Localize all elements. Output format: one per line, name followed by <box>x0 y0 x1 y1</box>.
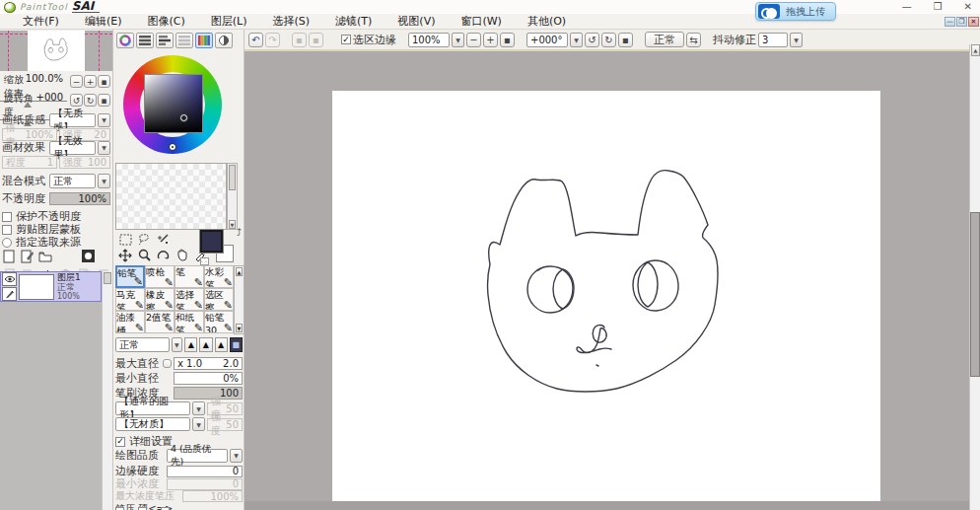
workspace[interactable] <box>245 51 969 501</box>
brush-airbrush[interactable]: 喷枪✎ <box>145 265 175 288</box>
redo-button[interactable]: ↷ <box>265 33 280 47</box>
doc-minimize-button[interactable]: — <box>945 17 955 27</box>
opacity-slider[interactable]: 100% <box>49 192 110 205</box>
zoom-out-button[interactable]: − <box>466 33 481 47</box>
navigator-panel[interactable] <box>0 31 112 71</box>
window-minimize-button[interactable]: — <box>902 1 912 13</box>
brush-texture-dropdown-icon[interactable]: ▼ <box>192 417 205 431</box>
rect-select-tool-icon[interactable] <box>117 232 133 247</box>
quality-dropdown-icon[interactable]: ▼ <box>230 449 243 463</box>
edge-shape-flat-button[interactable]: ■ <box>230 337 243 352</box>
rotate-cw-button[interactable]: ↻ <box>601 33 616 47</box>
brush-grid-scrollbar[interactable]: ▲ ▼ <box>234 265 245 334</box>
invert-selection-button[interactable]: ▪ <box>309 33 323 47</box>
clipping-mask-checkbox[interactable] <box>2 225 12 235</box>
deselect-button[interactable]: ▪ <box>292 33 307 47</box>
edge-shape-mid-button[interactable]: ▲ <box>199 337 212 352</box>
brush-blend-dropdown-icon[interactable]: ▼ <box>172 337 183 352</box>
layer-visibility-toggle[interactable] <box>2 272 17 286</box>
nav-zoom-in-button[interactable]: + <box>84 75 97 88</box>
paper-texture-combo[interactable]: 【无质感】 <box>49 113 96 127</box>
layer-list-empty-area[interactable] <box>0 302 102 510</box>
nav-zoom-out-button[interactable]: − <box>70 75 83 88</box>
angle-dropdown-icon[interactable]: ▼ <box>570 33 583 47</box>
hue-cursor[interactable] <box>169 143 176 151</box>
menu-view[interactable]: 视图(V) <box>385 14 448 29</box>
color-wheel-toggle-icon[interactable] <box>116 33 134 48</box>
menu-edit[interactable]: 编辑(E) <box>72 14 135 29</box>
stabilizer-combo[interactable]: 3 <box>758 33 788 47</box>
menu-others[interactable]: 其他(O) <box>515 14 579 29</box>
menu-file[interactable]: 文件(F) <box>10 14 72 29</box>
canvas[interactable] <box>332 91 880 501</box>
brush-binary-pen[interactable]: 2值笔✎ <box>145 311 175 333</box>
paper-texture-dropdown-icon[interactable]: ▼ <box>98 113 110 127</box>
zoom-tool-icon[interactable] <box>136 248 152 262</box>
color-wheel[interactable] <box>123 55 222 154</box>
canvas-vertical-scrollbar[interactable]: ▲ <box>969 44 980 510</box>
brush-shape-combo[interactable]: 【通常的圆形】 <box>115 401 190 415</box>
angle-combo[interactable]: +000° <box>526 33 568 47</box>
brush-selection-pen[interactable]: 选择笔✎ <box>175 288 204 311</box>
saturation-value-square[interactable] <box>144 74 203 133</box>
blend-mode-dropdown-icon[interactable]: ▼ <box>98 174 110 188</box>
menu-filter[interactable]: 滤镜(T) <box>322 14 385 29</box>
brush-marker[interactable]: 马克笔✎ <box>115 288 145 311</box>
stabilizer-dropdown-icon[interactable]: ▼ <box>790 33 803 47</box>
move-tool-icon[interactable] <box>117 248 133 262</box>
nav-zoom-reset-button[interactable]: ▪ <box>98 75 110 88</box>
menu-layer[interactable]: 图层(L) <box>198 14 260 29</box>
new-layer-icon[interactable] <box>2 249 17 263</box>
drag-upload-button[interactable]: 拖拽上传 <box>755 2 836 21</box>
sv-cursor[interactable] <box>180 114 187 121</box>
blend-normal-button[interactable]: 正常 <box>645 32 684 47</box>
magic-wand-tool-icon[interactable] <box>155 232 171 247</box>
nav-rotate-ccw-button[interactable]: ↺ <box>70 94 83 107</box>
brush-selection-eraser[interactable]: 选区擦✎ <box>204 288 234 311</box>
edge-shape-sharp-button[interactable]: ▲ <box>184 337 197 352</box>
material-effect-dropdown-icon[interactable]: ▼ <box>98 141 110 155</box>
material-effect-combo[interactable]: 【无效果】 <box>49 141 96 155</box>
swap-colors-icon[interactable]: ⤴ <box>237 227 242 238</box>
hsv-slider-toggle-icon[interactable] <box>156 33 174 48</box>
diameter-unit-button[interactable] <box>163 359 172 368</box>
new-linework-layer-icon[interactable] <box>20 249 35 263</box>
window-maximize-button[interactable]: ❒ <box>934 1 943 13</box>
advanced-settings-checkbox[interactable]: ✓ <box>115 437 125 447</box>
brush-scroll-down-icon[interactable]: ▼ <box>236 324 243 332</box>
layer-list-scrollbar[interactable] <box>102 271 112 510</box>
brush-blend-combo[interactable]: 正常 <box>115 337 170 352</box>
doc-restore-button[interactable]: ❒ <box>956 17 967 27</box>
layer-row-selected[interactable]: 图层1 正常 100% <box>0 271 102 302</box>
menu-window[interactable]: 窗口(W) <box>448 14 514 29</box>
brush-pencil30[interactable]: 铅笔30✎ <box>204 311 234 333</box>
selection-edge-checkbox[interactable]: ✓ <box>341 35 351 44</box>
scratchpad-scrollbar[interactable]: ▼ <box>227 163 238 230</box>
quality-combo[interactable]: 4 (品质优先) <box>167 449 228 463</box>
selection-source-radio[interactable] <box>2 238 12 248</box>
scrollbar-thumb[interactable] <box>970 212 980 377</box>
min-diameter-slider[interactable]: 0% <box>174 372 243 385</box>
brush-pen[interactable]: 笔✎ <box>175 265 204 288</box>
edge-shape-soft-button[interactable]: ▲ <box>215 337 228 352</box>
swatches-toggle-icon[interactable] <box>195 33 213 48</box>
zoom-in-button[interactable]: + <box>483 33 498 47</box>
zoom-combo[interactable]: 100% <box>408 33 450 47</box>
lasso-tool-icon[interactable] <box>136 232 152 247</box>
brush-eraser[interactable]: 橡皮擦✎ <box>145 288 175 311</box>
new-folder-icon[interactable] <box>37 249 52 263</box>
rotate-canvas-tool-icon[interactable] <box>155 248 171 262</box>
foreground-color-swatch[interactable] <box>200 230 223 253</box>
blend-mode-combo[interactable]: 正常 <box>49 174 96 188</box>
protect-opacity-checkbox[interactable] <box>2 212 12 222</box>
zoom-reset-button[interactable]: ▪ <box>500 33 515 47</box>
horizontal-scroll-area[interactable] <box>245 501 969 510</box>
flip-view-button[interactable]: ⇆ <box>686 33 701 47</box>
brush-texture-combo[interactable]: 【无材质】 <box>115 417 190 431</box>
brush-washi-pen[interactable]: 和纸笔✎ <box>175 311 204 333</box>
transparent-color-swatch[interactable] <box>200 257 209 265</box>
rotate-reset-button[interactable]: ▪ <box>618 33 633 47</box>
scratchpad-toggle-icon[interactable] <box>215 33 233 48</box>
rgb-slider-toggle-icon[interactable] <box>136 33 154 48</box>
brush-bucket[interactable]: 油漆桶✎ <box>115 311 145 333</box>
